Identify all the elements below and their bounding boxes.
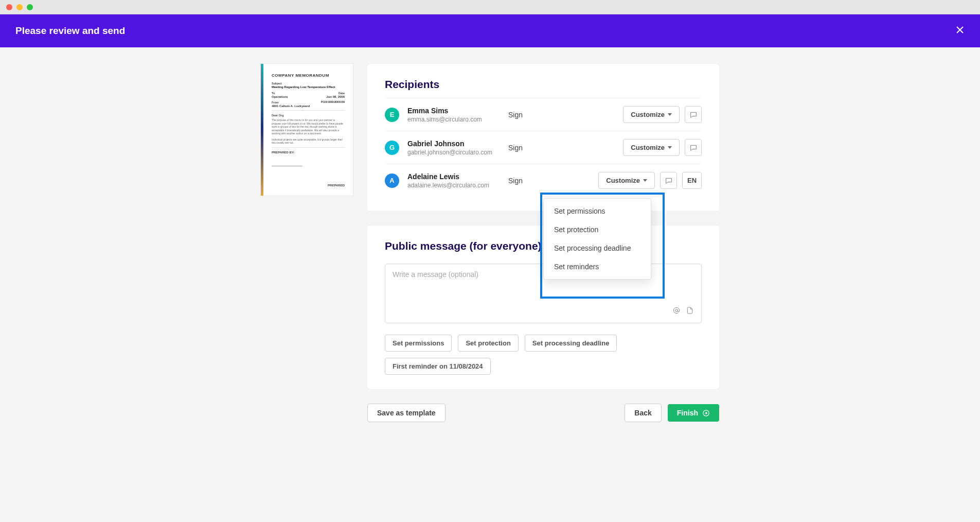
comment-button[interactable] [685, 106, 702, 123]
comment-button[interactable] [685, 139, 702, 156]
avatar: E [385, 108, 399, 122]
public-message-card: Public message (for everyone) Set permis… [367, 225, 719, 389]
customize-button[interactable]: Customize [598, 172, 655, 189]
avatar: A [385, 173, 399, 188]
recipients-title: Recipients [385, 78, 702, 91]
customize-dropdown: Set permissionsSet protectionSet process… [543, 198, 651, 280]
recipient-row: A Adelaine Lewis adalaine.lewis@circular… [385, 164, 702, 197]
chat-icon [665, 177, 673, 185]
recipient-role: Sign [508, 144, 555, 152]
avatar: G [385, 141, 399, 155]
finish-button[interactable]: Finish [668, 404, 719, 422]
recipient-role: Sign [508, 111, 555, 119]
recipient-role: Sign [508, 177, 555, 185]
svg-point-0 [675, 309, 678, 312]
save-template-button[interactable]: Save as template [367, 404, 446, 422]
recipient-email: adalaine.lewis@circularo.com [407, 182, 500, 189]
arrow-right-circle-icon [702, 409, 710, 417]
footer-row: Save as template Back Finish [367, 404, 719, 422]
chevron-down-icon [643, 179, 647, 182]
chat-icon [689, 144, 698, 152]
recipient-name: Adelaine Lewis [407, 172, 500, 181]
recipient-email: gabriel.johnson@circularo.com [407, 149, 500, 156]
customize-button[interactable]: Customize [623, 139, 680, 156]
settings-chip[interactable]: Set processing deadline [525, 335, 617, 352]
document-preview[interactable]: COMPANY MEMORANDUM Subject Meeting Regar… [261, 64, 353, 196]
recipient-name: Gabriel Johnson [407, 140, 500, 148]
comment-button[interactable] [660, 172, 677, 189]
recipients-card: Recipients E Emma Sims emma.sims@circula… [367, 64, 719, 211]
recipient-email: emma.sims@circularo.com [407, 116, 500, 123]
chat-icon [689, 111, 698, 119]
dropdown-item[interactable]: Set permissions [544, 202, 651, 220]
window-minimize-dot[interactable] [16, 4, 23, 10]
recipient-row: E Emma Sims emma.sims@circularo.com Sign… [385, 98, 702, 131]
dropdown-item[interactable]: Set processing deadline [544, 239, 651, 257]
recipient-row: G Gabriel Johnson gabriel.johnson@circul… [385, 131, 702, 164]
finish-button-label: Finish [677, 409, 698, 417]
window-close-dot[interactable] [6, 4, 12, 10]
modal-header: Please review and send [0, 14, 980, 47]
chevron-down-icon [668, 146, 672, 149]
dropdown-item[interactable]: Set protection [544, 220, 651, 239]
recipient-name: Emma Sims [407, 107, 500, 115]
modal-title: Please review and send [15, 25, 125, 37]
window-zoom-dot[interactable] [27, 4, 33, 10]
attachment-icon[interactable] [686, 306, 694, 317]
back-button[interactable]: Back [625, 404, 661, 422]
mention-icon[interactable] [672, 306, 681, 317]
settings-chip[interactable]: First reminder on 11/08/2024 [385, 358, 491, 375]
settings-chip[interactable]: Set protection [458, 335, 518, 352]
preview-title: COMPANY MEMORANDUM [272, 73, 345, 78]
language-button[interactable]: EN [682, 172, 702, 189]
settings-chip[interactable]: Set permissions [385, 335, 452, 352]
window-chrome [0, 0, 980, 14]
close-icon[interactable] [955, 25, 965, 37]
dropdown-item[interactable]: Set reminders [544, 257, 651, 276]
customize-button[interactable]: Customize [623, 106, 680, 123]
chevron-down-icon [668, 113, 672, 116]
